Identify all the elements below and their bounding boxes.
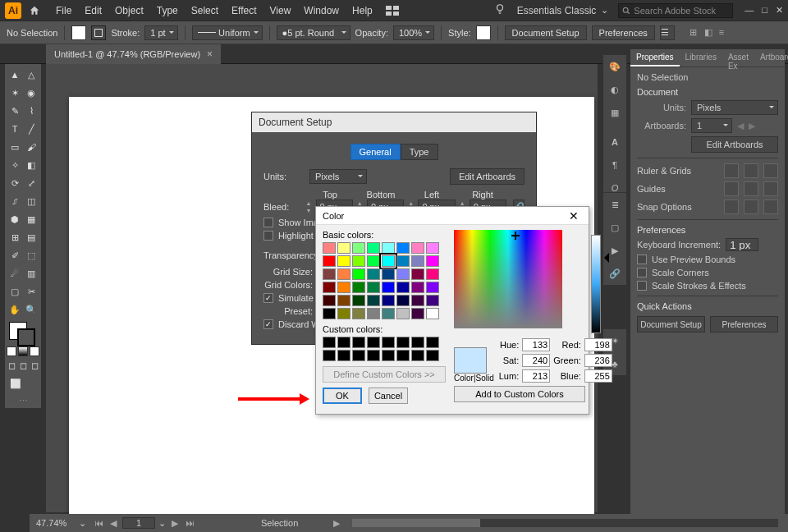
basic-swatch[interactable] — [367, 268, 380, 280]
brush-def[interactable]: ● 5 pt. Round — [277, 25, 350, 40]
kbd-input[interactable] — [726, 238, 758, 251]
custom-swatch[interactable] — [382, 350, 395, 361]
mesh-tool[interactable]: ⊞ — [7, 229, 22, 245]
doc-tab[interactable]: Untitled-1 @ 47.74% (RGB/Preview) × — [46, 44, 221, 64]
color-close-icon[interactable]: ✕ — [566, 209, 582, 222]
selection-tool[interactable]: ▲ — [7, 66, 22, 83]
basic-swatch[interactable] — [396, 268, 410, 280]
shaper-tool[interactable]: ✧ — [7, 157, 22, 173]
eyedropper-tool[interactable]: ✐ — [7, 247, 22, 264]
symbol-tool[interactable]: ☄ — [7, 265, 22, 282]
basic-swatch[interactable] — [411, 268, 424, 280]
basic-swatch[interactable] — [411, 308, 424, 319]
line-tool[interactable]: ╱ — [24, 121, 39, 137]
close-icon[interactable]: ✕ — [776, 5, 783, 16]
menu-type[interactable]: Type — [150, 5, 185, 16]
discover-icon[interactable] — [494, 3, 509, 18]
artboard-select[interactable]: 1 — [691, 118, 732, 133]
blend-tool[interactable]: ⬚ — [24, 247, 39, 264]
dialog-titlebar[interactable]: Document Setup — [252, 112, 536, 132]
guides-lock-icon[interactable] — [744, 181, 758, 196]
basic-swatch[interactable] — [426, 268, 439, 280]
basic-swatch[interactable] — [367, 308, 380, 319]
basic-swatch[interactable] — [426, 295, 439, 306]
menu-select[interactable]: Select — [185, 5, 225, 16]
next-page-icon[interactable]: ▶ — [169, 517, 181, 529]
custom-swatch[interactable] — [426, 350, 439, 361]
custom-swatch[interactable] — [382, 337, 395, 348]
direct-select-tool[interactable]: △ — [24, 66, 39, 83]
basic-swatch[interactable] — [367, 242, 380, 254]
tab-type[interactable]: Type — [401, 144, 438, 160]
basic-swatch[interactable] — [323, 308, 336, 319]
shape-builder[interactable]: ⬢ — [7, 211, 22, 227]
menu-window[interactable]: Window — [297, 5, 346, 16]
rect-tool[interactable]: ▭ — [7, 139, 22, 155]
last-page-icon[interactable]: ⏭ — [184, 517, 195, 529]
basic-swatch[interactable] — [426, 255, 439, 267]
basic-swatch[interactable] — [337, 255, 350, 267]
custom-swatch[interactable] — [337, 350, 350, 361]
search-input[interactable]: Search Adobe Stock — [618, 3, 733, 18]
preview-bounds-check[interactable] — [637, 255, 647, 264]
home-icon[interactable] — [26, 2, 43, 19]
basic-swatch[interactable] — [337, 242, 350, 254]
custom-swatch[interactable] — [352, 350, 365, 361]
basic-swatch[interactable] — [411, 242, 424, 254]
opacity-value[interactable]: 100% — [393, 25, 434, 40]
add-custom-button[interactable]: Add to Custom Colors — [454, 386, 585, 402]
width-tool[interactable]: ⎎ — [7, 193, 22, 209]
custom-swatch[interactable] — [337, 337, 350, 348]
gradient-tool[interactable]: ▤ — [24, 229, 39, 245]
layers-icon[interactable]: ≣ — [603, 193, 626, 216]
custom-swatch[interactable] — [396, 350, 410, 361]
menu-effect[interactable]: Effect — [225, 5, 263, 16]
snap-point-icon[interactable] — [724, 200, 739, 214]
eraser-tool[interactable]: ◧ — [24, 157, 39, 173]
rotate-tool[interactable]: ⟳ — [7, 175, 22, 191]
units-select[interactable]: Pixels — [691, 100, 778, 115]
cancel-button[interactable]: Cancel — [369, 388, 408, 404]
page-input[interactable]: 1 — [122, 517, 155, 529]
zoom-display[interactable]: 47.74% — [30, 518, 79, 528]
basic-swatch[interactable] — [382, 282, 395, 293]
custom-swatch[interactable] — [323, 350, 336, 361]
simulate-check[interactable]: ✓ — [263, 293, 273, 303]
smart-guides-icon[interactable] — [763, 181, 778, 196]
basic-swatch[interactable] — [352, 268, 365, 280]
basic-swatch[interactable] — [352, 242, 365, 254]
prefs-menu-icon[interactable]: ☰ — [660, 25, 675, 40]
lum-input[interactable] — [522, 369, 550, 383]
basic-swatch[interactable] — [411, 295, 424, 306]
basic-swatch[interactable] — [323, 242, 336, 254]
curvature-tool[interactable]: ⌇ — [24, 103, 39, 119]
workspace-switcher[interactable]: Essentials Classic — [517, 5, 597, 16]
sat-input[interactable] — [522, 354, 550, 367]
menu-view[interactable]: View — [263, 5, 298, 16]
basic-swatch[interactable] — [426, 242, 439, 254]
basic-swatch[interactable] — [396, 282, 410, 293]
slice-tool[interactable]: ✂ — [24, 283, 39, 300]
swatches-icon[interactable]: ▦ — [603, 101, 626, 124]
transparency-grid-icon[interactable] — [763, 163, 778, 178]
basic-swatch[interactable] — [352, 282, 365, 293]
luminance-slider[interactable] — [591, 235, 601, 333]
tab-libraries[interactable]: Libraries — [680, 49, 722, 66]
basic-swatch[interactable] — [337, 295, 350, 306]
tab-general[interactable]: General — [350, 144, 401, 160]
none-mode[interactable] — [30, 346, 39, 356]
status-menu-icon[interactable]: ▶ — [331, 517, 342, 529]
align-icon[interactable]: ⊞ — [690, 27, 701, 39]
qa-doc-setup[interactable]: Document Setup — [637, 316, 705, 332]
type-tool[interactable]: T — [7, 121, 22, 137]
transform-icon[interactable]: ◧ — [704, 27, 716, 39]
blue-input[interactable] — [584, 369, 612, 383]
basic-swatch[interactable] — [382, 268, 395, 280]
page-chevron-icon[interactable]: ⌄ — [158, 518, 166, 529]
edit-artboards-button[interactable]: Edit Artboards — [691, 136, 778, 153]
pen-tool[interactable]: ✎ — [7, 103, 22, 119]
color-guide-icon[interactable]: ◐ — [603, 78, 626, 101]
grid-icon[interactable] — [744, 163, 758, 178]
basic-swatch[interactable] — [382, 255, 395, 267]
draw-behind[interactable]: ◻ — [19, 360, 27, 370]
